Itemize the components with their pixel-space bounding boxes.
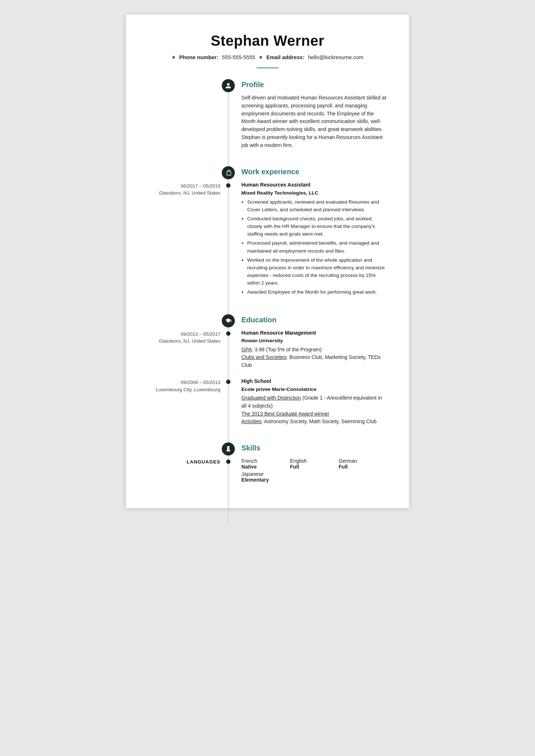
header: Stephan Werner ● Phone number: 555-555-5… <box>148 33 387 68</box>
education-entry-2-distinction: Graduated with Distinction (Grade 1 - A/… <box>241 394 387 410</box>
lang-japanese-name: Japanese <box>241 471 290 477</box>
education-entry-2-school: Ecole privee Marie-Consolatrice <box>241 385 387 393</box>
distinction-text: Graduated with Distinction <box>241 395 301 401</box>
education-entry-2-award: The 2013 Best Graduate Award winner <box>241 410 387 418</box>
education-entry-2-content: High School Ecole privee Marie-Consolatr… <box>236 377 387 426</box>
work-bullet-item-3: Processed payroll, administered benefits… <box>247 239 387 254</box>
profile-header-center <box>220 78 236 92</box>
activities-value: Astronomy Society, Math Society, Swimmin… <box>264 418 377 424</box>
lang-german-level: Full <box>339 464 387 470</box>
contact-line: ● Phone number: 555-555-5555 ● Email add… <box>148 53 387 61</box>
profile-section-header: Profile <box>148 78 387 94</box>
skills-icon <box>222 442 235 455</box>
work-header-center <box>220 165 236 179</box>
education-bullet-2 <box>226 380 230 384</box>
work-entry-1-bullets: Screened applicants, reviewed and evalua… <box>247 198 387 296</box>
activities-label: Activities <box>241 418 262 424</box>
skills-heading: Skills <box>241 442 387 452</box>
candidate-name: Stephan Werner <box>148 33 387 49</box>
work-bullet-item-5: Awarded Employee of the Month for perfor… <box>247 288 387 296</box>
work-icon <box>222 166 235 179</box>
profile-text: Self-driven and motivated Human Resource… <box>236 94 387 150</box>
lang-french-name: French <box>241 458 290 464</box>
education-entry-1-gpa: GPA: 3.98 (Top 5% of the Program) <box>241 346 387 354</box>
skills-header-right: Skills <box>236 442 387 457</box>
education-header-right: Education <box>236 314 387 329</box>
profile-entry: Self-driven and motivated Human Resource… <box>148 94 387 150</box>
work-bullet-item-1: Screened applicants, reviewed and evalua… <box>247 198 387 213</box>
education-entry-2-dates: 09/2009 – 05/2013 Luxembourg City, Luxem… <box>148 377 220 393</box>
education-entry-2-activities: Activities: Astronomy Society, Math Soci… <box>241 418 387 426</box>
skills-languages-row: LANGUAGES French Native English Full Ger… <box>148 457 387 483</box>
skills-bullet <box>226 459 230 464</box>
profile-entry-left <box>148 94 220 95</box>
lang-german-name: German <box>339 458 387 464</box>
resume-page: Stephan Werner ● Phone number: 555-555-5… <box>126 15 409 508</box>
work-entry-1-dates: 06/2017 – 05/2019 Glassboro, NJ, United … <box>148 181 220 197</box>
lang-empty-2 <box>290 471 339 483</box>
lang-french-level: Native <box>241 464 290 470</box>
lang-english: English Full <box>290 458 339 470</box>
work-bullet-item-2: Conducted background checks, posted jobs… <box>247 215 387 238</box>
work-entry-1-center <box>220 181 236 188</box>
flask-icon <box>225 446 232 452</box>
skills-center <box>220 457 236 464</box>
education-entry-1: 09/2013 – 05/2017 Glassboro, NJ, United … <box>148 329 387 369</box>
education-entry-2-title: High School <box>241 377 387 385</box>
profile-header-right: Profile <box>236 78 387 94</box>
profile-icon <box>222 79 235 92</box>
lang-german: German Full <box>339 458 387 470</box>
lang-french: French Native <box>241 458 290 470</box>
education-entry-2: 09/2009 – 05/2013 Luxembourg City, Luxem… <box>148 377 387 426</box>
work-heading: Work experience <box>241 165 387 176</box>
work-entry-1-title: Human Resources Assistant <box>241 181 387 189</box>
work-header-right: Work experience <box>236 165 387 181</box>
work-entry-1-company: Mixed Reality Technologies, LLC <box>241 189 387 197</box>
education-entry-1-content: Human Resource Management Rowan Universi… <box>236 329 387 369</box>
work-section-header: Work experience <box>148 165 387 181</box>
skills-section-header: Skills <box>148 442 387 457</box>
work-entry-1: 06/2017 – 05/2019 Glassboro, NJ, United … <box>148 181 387 298</box>
education-icon <box>222 314 235 327</box>
lang-english-level: Full <box>290 464 339 470</box>
education-entry-1-school: Rowan University <box>241 337 387 344</box>
person-icon <box>225 82 232 89</box>
education-header-center <box>220 314 236 327</box>
profile-heading: Profile <box>241 78 387 89</box>
dot1: ● <box>172 53 176 61</box>
education-entry-1-clubs: Clubs and Societies: Business Club, Mark… <box>241 354 387 369</box>
profile-paragraph: Self-driven and motivated Human Resource… <box>241 94 387 150</box>
gpa-value: 3.98 (Top 5% of the Program) <box>255 347 322 352</box>
header-divider <box>257 68 278 68</box>
lang-english-name: English <box>290 458 339 464</box>
graduation-icon <box>225 318 232 324</box>
work-bullet-item-4: Worked on the improvement of the whole a… <box>247 256 387 287</box>
phone-label: Phone number: <box>179 54 219 60</box>
gpa-label: GPA <box>241 347 252 352</box>
dot2: ● <box>259 53 263 61</box>
lang-japanese: Japanese Elementary <box>241 471 290 483</box>
briefcase-icon <box>225 169 232 176</box>
work-entry-1-content: Human Resources Assistant Mixed Reality … <box>236 181 387 298</box>
phone-value: 555-555-5555 <box>222 54 256 60</box>
languages-content: French Native English Full German Full J… <box>236 457 387 483</box>
lang-empty-3 <box>339 471 387 483</box>
education-bullet-1 <box>226 331 230 336</box>
clubs-label: Clubs and Societies <box>241 354 286 360</box>
award-text: The 2013 Best Graduate Award winner <box>241 411 329 417</box>
education-section-header: Education <box>148 314 387 329</box>
work-bullet-1 <box>226 183 230 188</box>
language-grid: French Native English Full German Full J… <box>241 458 387 483</box>
education-entry-2-center <box>220 377 236 384</box>
languages-label: LANGUAGES <box>148 457 220 465</box>
education-entry-1-center <box>220 329 236 336</box>
education-entry-1-dates: 09/2013 – 05/2017 Glassboro, NJ, United … <box>148 329 220 345</box>
email-label: Email address: <box>266 54 305 60</box>
skills-header-center <box>220 442 236 455</box>
education-entry-1-title: Human Resource Management <box>241 329 387 337</box>
lang-japanese-level: Elementary <box>241 477 290 483</box>
education-heading: Education <box>241 314 387 324</box>
email-value: hello@kickresume.com <box>308 54 363 60</box>
